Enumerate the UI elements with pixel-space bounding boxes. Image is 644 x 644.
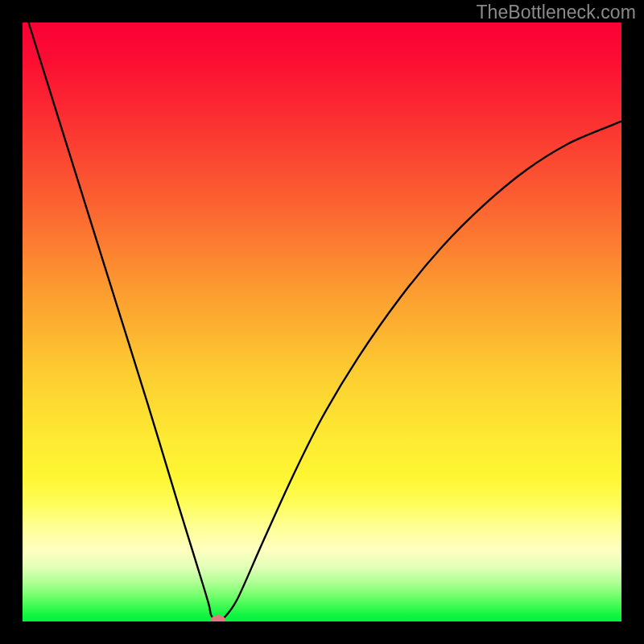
bathtub-curve xyxy=(28,23,621,620)
marker-dot xyxy=(211,615,225,621)
plot-area xyxy=(23,23,621,621)
curve-svg xyxy=(23,23,621,621)
chart-stage: TheBottleneck.com xyxy=(0,0,644,644)
watermark-text: TheBottleneck.com xyxy=(476,2,636,23)
